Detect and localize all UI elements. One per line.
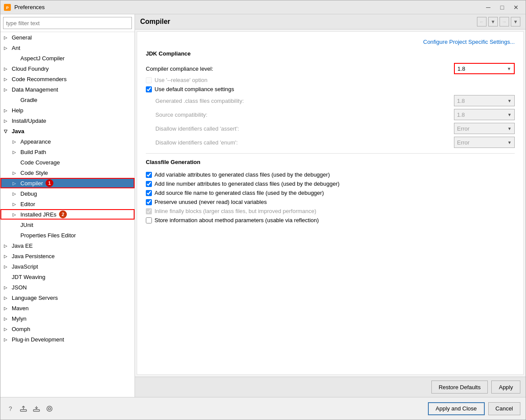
- use-default-checkbox[interactable]: [146, 86, 152, 92]
- tree-arrow-oomph: ▷: [4, 327, 10, 331]
- sidebar-item-appearance[interactable]: ▷Appearance: [0, 136, 135, 147]
- disallow-enum-value: Error: [457, 139, 470, 146]
- checkbox-label-var-attrs: Add variable attributes to generated cla…: [155, 171, 330, 178]
- source-compat-dropdown[interactable]: 1.8 ▼: [454, 109, 515, 120]
- search-input[interactable]: [3, 17, 132, 29]
- sidebar-item-gradle[interactable]: Gradle: [0, 95, 135, 105]
- tree-area[interactable]: ▷General▷AntAspectJ Compiler▷Cloud Found…: [0, 32, 135, 397]
- tree-label-ant: Ant: [12, 45, 20, 51]
- section-divider: [146, 153, 515, 154]
- tree-label-install-update: Install/Update: [12, 118, 46, 124]
- sidebar-item-code-recommenders[interactable]: ▷Code Recommenders: [0, 74, 135, 84]
- sidebar-item-general[interactable]: ▷General: [0, 32, 135, 43]
- sidebar-item-editor[interactable]: ▷Editor: [0, 199, 135, 209]
- tree-label-maven: Maven: [12, 305, 29, 312]
- restore-defaults-button[interactable]: Restore Defaults: [431, 381, 488, 394]
- apply-button[interactable]: Apply: [491, 381, 520, 394]
- sidebar-item-plugin-development[interactable]: ▷Plug-in Development: [0, 334, 135, 345]
- svg-rect-3: [33, 410, 39, 411]
- tree-arrow-json: ▷: [4, 285, 10, 290]
- sidebar-item-javascript[interactable]: ▷JavaScript: [0, 261, 135, 272]
- sidebar-item-java-persistence[interactable]: ▷Java Persistence: [0, 251, 135, 261]
- sidebar-item-data-management[interactable]: ▷Data Management: [0, 84, 135, 95]
- jdk-compliance-section: JDK Compliance: [146, 50, 515, 59]
- generated-class-arrow: ▼: [507, 98, 512, 103]
- sidebar-item-help[interactable]: ▷Help: [0, 105, 135, 115]
- sidebar-item-junit[interactable]: JUnit: [0, 220, 135, 230]
- tree-arrow-compiler: ▷: [13, 181, 19, 186]
- app-icon: P: [4, 4, 11, 11]
- svg-rect-2: [20, 410, 26, 411]
- export-icon[interactable]: [19, 404, 28, 413]
- nav-back-dropdown[interactable]: ▼: [488, 17, 498, 26]
- tree-label-code-coverage: Code Coverage: [20, 159, 60, 166]
- tree-arrow-java-ee: ▷: [4, 243, 10, 248]
- tree-label-compiler: Compiler: [20, 180, 43, 187]
- disallow-enum-dropdown[interactable]: Error ▼: [454, 137, 515, 148]
- sidebar-item-language-servers[interactable]: ▷Language Servers: [0, 292, 135, 303]
- sidebar-item-oomph[interactable]: ▷Oomph: [0, 324, 135, 334]
- sidebar-item-json[interactable]: ▷JSON: [0, 282, 135, 292]
- sidebar-item-compiler[interactable]: ▷Compiler1: [0, 178, 135, 188]
- classfile-row-inline-finally: Inline finally blocks (larger class file…: [146, 208, 515, 214]
- sidebar-item-jdt-weaving[interactable]: JDT Weaving: [0, 272, 135, 282]
- nav-back-button[interactable]: ←: [477, 17, 487, 26]
- help-icon[interactable]: ?: [6, 404, 15, 413]
- cancel-button[interactable]: Cancel: [488, 402, 520, 415]
- sidebar-item-code-style[interactable]: ▷Code Style: [0, 167, 135, 178]
- maximize-button[interactable]: □: [496, 3, 508, 12]
- sidebar-item-maven[interactable]: ▷Maven: [0, 303, 135, 313]
- title-bar: P Preferences ─ □ ✕: [0, 0, 526, 14]
- svg-text:P: P: [6, 6, 9, 10]
- sidebar-item-java[interactable]: ▽Java: [0, 126, 135, 136]
- classfile-items: Add variable attributes to generated cla…: [146, 171, 515, 223]
- disallow-assert-label: Disallow identifiers called 'assert':: [155, 125, 454, 132]
- sidebar-item-mylyn[interactable]: ▷Mylyn: [0, 313, 135, 324]
- panel-body: Configure Project Specific Settings... J…: [137, 31, 524, 375]
- checkbox-preserve-vars[interactable]: [146, 199, 152, 205]
- apply-close-button[interactable]: Apply and Close: [428, 402, 485, 415]
- sidebar-item-aspectj[interactable]: AspectJ Compiler: [0, 53, 135, 63]
- sidebar-item-build-path[interactable]: ▷Build Path: [0, 147, 135, 157]
- checkbox-inline-finally[interactable]: [146, 208, 152, 214]
- close-button[interactable]: ✕: [510, 3, 522, 12]
- tree-label-jdt-weaving: JDT Weaving: [12, 274, 46, 280]
- generated-class-dropdown[interactable]: 1.8 ▼: [454, 95, 515, 106]
- tree-label-cloud-foundry: Cloud Foundry: [12, 66, 49, 72]
- badge-installed-jres: 2: [59, 210, 67, 218]
- checkbox-store-params[interactable]: [146, 217, 152, 223]
- sidebar-item-properties-files-editor[interactable]: Properties Files Editor: [0, 230, 135, 240]
- settings-icon[interactable]: [45, 404, 54, 413]
- sidebar-item-ant[interactable]: ▷Ant: [0, 43, 135, 53]
- tree-label-data-management: Data Management: [12, 86, 58, 93]
- checkbox-var-attrs[interactable]: [146, 172, 152, 178]
- checkbox-source-attrs[interactable]: [146, 190, 152, 196]
- bottom-icons: ?: [6, 404, 54, 413]
- sidebar-item-installed-jres[interactable]: ▷Installed JREs2: [0, 209, 135, 220]
- panel-nav: ← ▼ → ▼: [477, 17, 520, 26]
- sidebar-item-install-update[interactable]: ▷Install/Update: [0, 115, 135, 126]
- tree-arrow-cloud-foundry: ▷: [4, 66, 10, 71]
- sidebar-item-cloud-foundry[interactable]: ▷Cloud Foundry: [0, 63, 135, 74]
- panel-title: Compiler: [140, 18, 170, 26]
- minimize-button[interactable]: ─: [482, 3, 494, 12]
- use-release-label: Use '--release' option: [155, 77, 207, 83]
- tree-arrow-data-management: ▷: [4, 87, 10, 92]
- import-icon[interactable]: [32, 404, 41, 413]
- checkbox-line-attrs[interactable]: [146, 181, 152, 187]
- use-release-checkbox[interactable]: [146, 77, 152, 83]
- sidebar-item-debug[interactable]: ▷Debug: [0, 188, 135, 199]
- nav-forward-dropdown[interactable]: ▼: [511, 17, 520, 26]
- disallow-assert-dropdown[interactable]: Error ▼: [454, 123, 515, 134]
- tree-arrow-editor: ▷: [13, 202, 19, 207]
- nav-forward-button[interactable]: →: [500, 17, 509, 26]
- tree-arrow-language-servers: ▷: [4, 295, 10, 300]
- sidebar-item-java-ee[interactable]: ▷Java EE: [0, 240, 135, 251]
- tree-arrow-build-path: ▷: [13, 150, 19, 154]
- generated-class-row: Generated .class files compatibility: 1.…: [146, 95, 515, 106]
- compliance-level-dropdown[interactable]: 1.8 ▼: [454, 63, 515, 74]
- tree-label-json: JSON: [12, 284, 27, 291]
- configure-link[interactable]: Configure Project Specific Settings...: [146, 39, 515, 45]
- sidebar-item-code-coverage[interactable]: Code Coverage: [0, 157, 135, 167]
- svg-point-5: [49, 407, 51, 410]
